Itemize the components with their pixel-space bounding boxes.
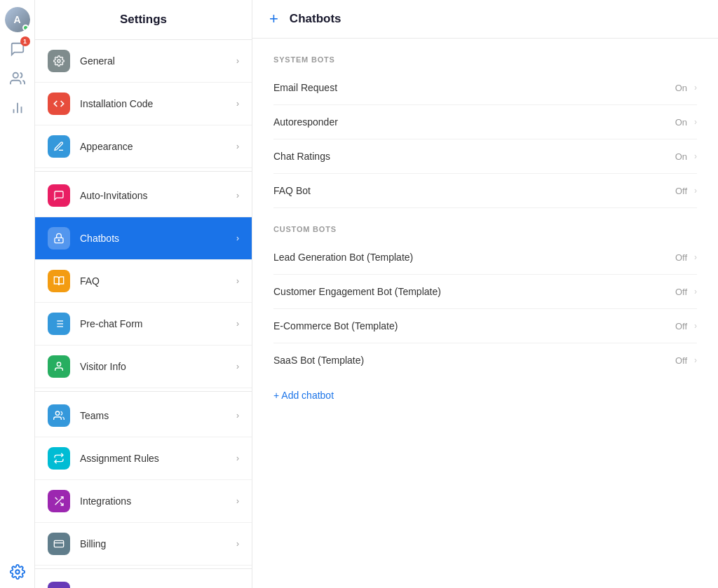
bot-name-autoresponder: Autoresponder — [273, 116, 675, 128]
svg-point-14 — [57, 362, 60, 366]
prechat-chevron: › — [236, 319, 239, 329]
general-label: General — [80, 55, 236, 67]
settings-nav-icon[interactable] — [5, 563, 30, 588]
bot-status-ecommerce: Off — [675, 321, 687, 331]
bot-item-customer-engagement[interactable]: Customer Engagement Bot (Template) Off › — [273, 275, 697, 309]
bot-chevron-autoresponder: › — [694, 117, 697, 127]
bot-item-chat-ratings[interactable]: Chat Ratings On › — [273, 139, 697, 174]
sidebar-item-billing[interactable]: Billing › — [35, 523, 252, 566]
bot-chevron-lead-generation: › — [694, 252, 697, 262]
svg-point-15 — [55, 411, 59, 415]
assignment-label: Assignment Rules — [80, 453, 236, 464]
bot-name-ecommerce: E-Commerce Bot (Template) — [273, 320, 675, 331]
bot-name-customer-engagement: Customer Engagement Bot (Template) — [273, 286, 675, 297]
prechat-label: Pre-chat Form — [80, 318, 236, 329]
sidebar-item-general[interactable]: General › — [35, 40, 252, 83]
bot-item-ecommerce[interactable]: E-Commerce Bot (Template) Off › — [273, 309, 697, 343]
bot-chevron-faq-bot: › — [694, 186, 697, 196]
sidebar-item-integrations[interactable]: Integrations › — [35, 480, 252, 523]
add-chatbot-link[interactable]: + Add chatbot — [273, 377, 697, 413]
installation-chevron: › — [236, 99, 239, 109]
bot-item-faq-bot[interactable]: FAQ Bot Off › — [273, 174, 697, 208]
bot-status-customer-engagement: Off — [675, 287, 687, 297]
bot-name-chat-ratings: Chat Ratings — [273, 151, 675, 162]
bot-name-lead-generation: Lead Generation Bot (Template) — [273, 252, 675, 263]
svg-point-4 — [15, 570, 20, 574]
svg-point-7 — [58, 240, 59, 240]
faq-label: FAQ — [80, 275, 236, 287]
assignment-icon — [48, 447, 70, 470]
bot-item-saas[interactable]: SaaS Bot (Template) Off › — [273, 343, 697, 377]
installation-label: Installation Code — [80, 98, 236, 109]
sidebar-item-faq[interactable]: FAQ › — [35, 260, 252, 303]
chatbots-label: Chatbots — [80, 233, 236, 244]
chatbots-icon — [48, 227, 70, 249]
svg-point-5 — [57, 60, 60, 62]
bot-item-lead-generation[interactable]: Lead Generation Bot (Template) Off › — [273, 240, 697, 275]
icon-bar: A 1 — [0, 0, 35, 588]
sidebar-item-teams[interactable]: Teams › — [35, 395, 252, 437]
appearance-chevron: › — [236, 142, 239, 151]
add-chatbot-header-button[interactable]: + — [269, 11, 278, 27]
bot-status-faq-bot: Off — [675, 186, 687, 196]
bot-chevron-email-request: › — [694, 83, 697, 93]
sidebar-item-auto-invitations[interactable]: Auto-Invitations › — [35, 175, 252, 217]
teams-chevron: › — [236, 411, 239, 421]
bot-status-lead-generation: Off — [675, 252, 687, 263]
autoinvitations-icon — [48, 184, 70, 207]
sidebar-item-chatbots[interactable]: Chatbots › — [35, 217, 252, 260]
chat-badge: 1 — [20, 36, 30, 46]
bot-status-email-request: On — [675, 83, 687, 93]
main-content: + Chatbots SYSTEM BOTS Email Request On … — [252, 0, 718, 588]
page-title: Chatbots — [290, 12, 341, 26]
chat-nav-icon[interactable]: 1 — [5, 36, 30, 62]
main-header: + Chatbots — [252, 0, 718, 39]
settings-title: Settings — [35, 0, 252, 40]
bot-status-autoresponder: On — [675, 117, 687, 128]
savedreplies-icon — [48, 582, 70, 588]
general-chevron: › — [236, 56, 239, 66]
faq-chevron: › — [236, 276, 239, 286]
bot-chevron-customer-engagement: › — [694, 287, 697, 296]
billing-label: Billing — [80, 538, 236, 549]
sidebar-item-installation-code[interactable]: Installation Code › — [35, 83, 252, 125]
contacts-nav-icon[interactable] — [5, 66, 30, 91]
custom-bots-section-title: CUSTOM BOTS — [273, 208, 697, 240]
settings-list: General › Installation Code › Appearance — [35, 40, 252, 588]
sidebar-item-visitor-info[interactable]: Visitor Info › — [35, 346, 252, 388]
visitorinfo-icon — [48, 355, 70, 378]
sidebar-item-assignment-rules[interactable]: Assignment Rules › — [35, 437, 252, 480]
chatbots-chevron: › — [236, 233, 239, 243]
teams-icon — [48, 404, 70, 427]
bot-item-autoresponder[interactable]: Autoresponder On › — [273, 105, 697, 139]
bot-chevron-chat-ratings: › — [694, 151, 697, 161]
installation-icon — [48, 93, 70, 115]
integrations-label: Integrations — [80, 495, 236, 507]
bot-name-email-request: Email Request — [273, 82, 675, 93]
billing-icon — [48, 533, 70, 555]
svg-line-18 — [55, 498, 57, 500]
general-icon — [48, 50, 70, 72]
svg-rect-19 — [54, 540, 63, 547]
bot-item-email-request[interactable]: Email Request On › — [273, 71, 697, 105]
sidebar-item-pre-chat-form[interactable]: Pre-chat Form › — [35, 303, 252, 346]
faq-icon — [48, 270, 70, 292]
assignment-chevron: › — [236, 453, 239, 463]
svg-point-0 — [13, 73, 18, 78]
prechat-icon — [48, 313, 70, 335]
online-status-dot — [22, 25, 29, 31]
bot-name-faq-bot: FAQ Bot — [273, 185, 675, 196]
settings-sidebar: Settings General › Installation Code › — [35, 0, 252, 588]
reports-nav-icon[interactable] — [5, 95, 30, 121]
bot-chevron-saas: › — [694, 355, 697, 365]
autoinvitations-chevron: › — [236, 191, 239, 200]
sidebar-item-saved-replies[interactable]: Saved Replies › — [35, 572, 252, 588]
autoinvitations-label: Auto-Invitations — [80, 190, 236, 201]
sidebar-item-appearance[interactable]: Appearance › — [35, 125, 252, 168]
system-bots-section-title: SYSTEM BOTS — [273, 39, 697, 71]
bot-name-saas: SaaS Bot (Template) — [273, 355, 675, 366]
appearance-icon — [48, 135, 70, 158]
chatbots-content: SYSTEM BOTS Email Request On › Autorespo… — [252, 39, 718, 588]
avatar[interactable]: A — [5, 7, 30, 32]
bot-status-saas: Off — [675, 355, 687, 366]
